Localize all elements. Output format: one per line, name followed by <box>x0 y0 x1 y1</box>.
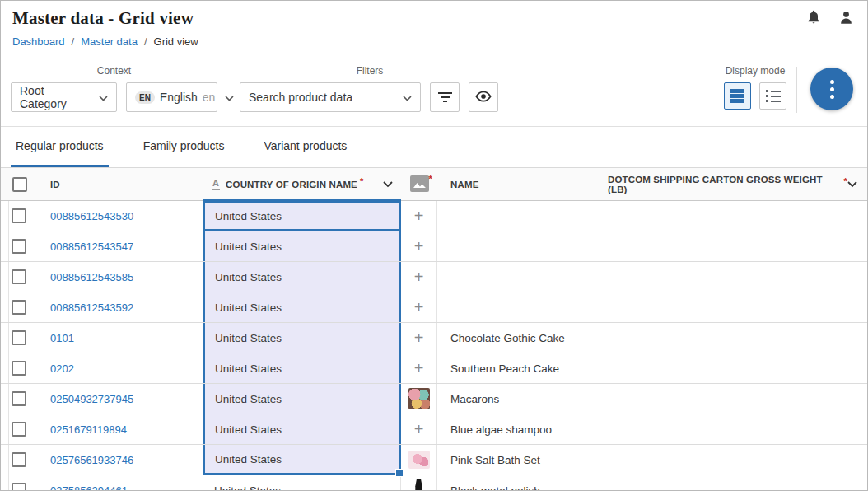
product-id-link[interactable]: 02576561933746 <box>50 454 133 466</box>
grid-view-toggle[interactable] <box>724 82 751 110</box>
country-cell-active[interactable]: United States <box>203 201 401 231</box>
row-checkbox[interactable] <box>12 208 26 223</box>
product-image-cell[interactable]: + <box>401 201 437 231</box>
tab-family-products[interactable]: Family products <box>138 127 230 167</box>
country-cell[interactable]: United States <box>203 353 401 383</box>
tab-regular-products[interactable]: Regular products <box>11 127 109 167</box>
user-account-icon[interactable] <box>838 10 854 26</box>
text-attribute-icon: A <box>212 179 220 190</box>
product-image-cell[interactable]: + <box>401 292 437 322</box>
country-cell[interactable]: United States <box>203 384 401 414</box>
row-checkbox[interactable] <box>12 361 26 376</box>
product-id-link[interactable]: 00885612543547 <box>50 241 133 253</box>
select-all-checkbox[interactable] <box>12 177 27 192</box>
product-image-cell[interactable]: + <box>401 262 437 292</box>
name-cell[interactable] <box>437 231 604 261</box>
country-cell-selection-end[interactable]: United States <box>203 445 401 475</box>
locale-dropdown[interactable]: EN English en <box>126 82 217 112</box>
filters-group: Filters Search product data <box>240 65 500 112</box>
name-cell[interactable]: Macarons <box>437 384 604 414</box>
required-asterisk: * <box>429 174 432 184</box>
search-product-label: Search product data <box>249 91 352 104</box>
product-image-cell[interactable]: + <box>401 353 437 383</box>
view-settings-button[interactable] <box>469 82 498 112</box>
filter-button[interactable] <box>430 82 460 112</box>
weight-cell[interactable] <box>604 445 867 475</box>
weight-cell[interactable] <box>604 353 867 383</box>
column-header-name[interactable]: NAME <box>437 168 604 200</box>
product-image-cell[interactable] <box>401 475 437 491</box>
weight-cell[interactable] <box>604 201 867 231</box>
product-image-cell[interactable] <box>401 445 437 475</box>
name-cell[interactable]: Southern Peach Cake <box>437 353 604 383</box>
weight-cell[interactable] <box>604 262 867 292</box>
row-checkbox[interactable] <box>12 452 26 467</box>
product-image-cell[interactable]: + <box>401 414 437 444</box>
breadcrumb-current: Grid view <box>154 35 198 48</box>
weight-cell[interactable] <box>604 231 867 261</box>
name-cell[interactable]: Pink Salt Bath Set <box>437 445 604 475</box>
weight-cell[interactable] <box>604 292 867 322</box>
context-label: Context <box>11 65 217 77</box>
product-image-cell[interactable]: + <box>401 323 437 353</box>
row-checkbox[interactable] <box>12 269 26 284</box>
weight-cell[interactable] <box>604 384 867 414</box>
column-header-country-of-origin[interactable]: A COUNTRY OF ORIGIN NAME * <box>203 168 401 200</box>
column-menu-chevron-icon[interactable] <box>383 181 393 188</box>
grid-header-row: ID A COUNTRY OF ORIGIN NAME * * NAME DOT… <box>1 168 867 201</box>
row-checkbox[interactable] <box>12 422 26 437</box>
country-cell[interactable]: United States <box>203 414 401 444</box>
country-cell[interactable]: United States <box>203 231 401 261</box>
breadcrumb-dashboard[interactable]: Dashboard <box>12 35 65 48</box>
table-row: 02504932737945 United States Macarons <box>1 384 867 414</box>
row-checkbox[interactable] <box>12 239 26 254</box>
country-cell[interactable]: United States <box>203 292 401 322</box>
row-checkbox[interactable] <box>12 300 26 315</box>
more-actions-fab[interactable] <box>810 68 853 110</box>
row-checkbox[interactable] <box>12 391 26 406</box>
name-cell[interactable]: Chocolate Gothic Cake <box>437 323 604 353</box>
product-id-link[interactable]: 00885612543530 <box>50 210 133 222</box>
row-checkbox[interactable] <box>12 483 26 491</box>
name-cell[interactable] <box>437 201 604 231</box>
weight-cell[interactable] <box>604 475 867 491</box>
breadcrumb-separator: / <box>144 35 147 48</box>
search-product-dropdown[interactable]: Search product data <box>240 82 421 112</box>
required-asterisk: * <box>844 176 847 186</box>
country-cell[interactable]: United States <box>203 475 401 491</box>
product-image-cell[interactable]: + <box>401 231 437 261</box>
country-cell[interactable]: United States <box>203 323 401 353</box>
add-image-icon: + <box>414 207 424 226</box>
row-gutter <box>1 201 9 231</box>
table-row: 02576561933746 United States Pink Salt B… <box>1 445 867 475</box>
name-cell[interactable] <box>437 262 604 292</box>
toolbar: Context Root Category EN English en Filt… <box>1 55 867 127</box>
name-cell[interactable]: Blue algae shampoo <box>437 414 604 444</box>
column-header-image[interactable]: * <box>401 168 437 200</box>
breadcrumb-master-data[interactable]: Master data <box>81 35 138 48</box>
notifications-bell-icon[interactable] <box>805 8 822 26</box>
column-header-shipping-weight[interactable]: DOTCOM SHIPPING CARTON GROSS WEIGHT (LB)… <box>604 168 867 200</box>
product-id-link[interactable]: 02504932737945 <box>50 393 133 405</box>
column-header-id[interactable]: ID <box>40 168 203 200</box>
product-id-link[interactable]: 0251679119894 <box>50 423 127 436</box>
name-cell[interactable]: Black metal polish <box>437 475 604 491</box>
tab-variant-products[interactable]: Variant products <box>259 127 352 167</box>
category-dropdown[interactable]: Root Category <box>11 82 117 112</box>
column-menu-chevron-icon[interactable] <box>847 181 857 188</box>
weight-cell[interactable] <box>604 323 867 353</box>
header-gutter <box>1 168 9 200</box>
add-image-icon: + <box>414 329 424 348</box>
list-view-toggle[interactable] <box>759 82 786 110</box>
product-image-cell[interactable] <box>401 384 437 414</box>
product-id-link[interactable]: 0275856294461 <box>50 484 128 491</box>
product-id-link[interactable]: 00885612543585 <box>50 271 133 283</box>
country-cell[interactable]: United States <box>203 262 401 292</box>
locale-badge: EN <box>135 91 155 104</box>
name-cell[interactable] <box>437 292 604 322</box>
product-id-link[interactable]: 00885612543592 <box>50 302 133 314</box>
weight-cell[interactable] <box>604 414 867 444</box>
product-id-link[interactable]: 0101 <box>50 332 74 344</box>
product-id-link[interactable]: 0202 <box>50 362 74 375</box>
row-checkbox[interactable] <box>12 330 26 345</box>
